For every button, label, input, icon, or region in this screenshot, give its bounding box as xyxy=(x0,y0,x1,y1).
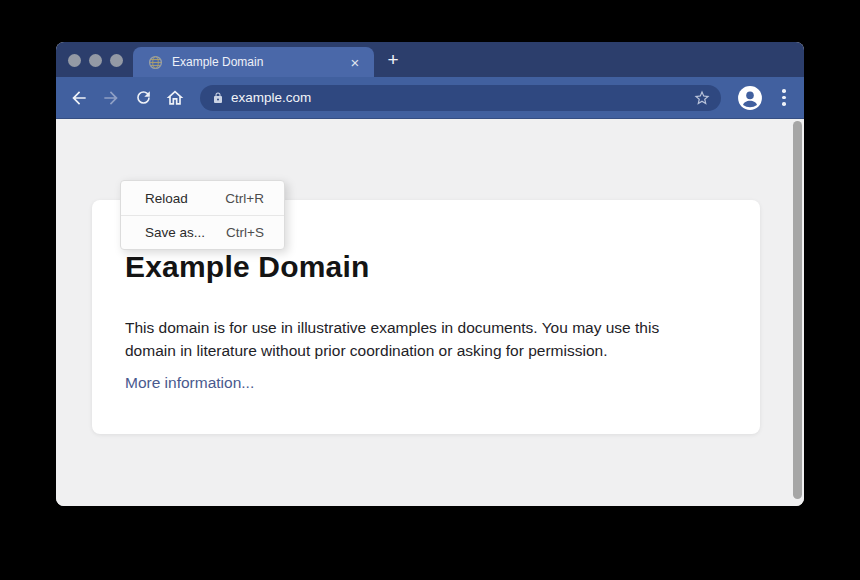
back-button[interactable] xyxy=(64,83,94,113)
tab-title: Example Domain xyxy=(172,55,346,69)
window-controls xyxy=(68,54,123,67)
context-menu: Reload Ctrl+R Save as... Ctrl+S xyxy=(120,180,285,250)
browser-menu-button[interactable] xyxy=(772,86,796,110)
profile-button[interactable] xyxy=(737,85,763,111)
vertical-scrollbar[interactable] xyxy=(793,121,802,499)
address-bar[interactable]: example.com xyxy=(200,85,721,111)
menu-item-shortcut: Ctrl+S xyxy=(226,225,264,240)
lock-icon xyxy=(212,91,224,105)
reload-icon xyxy=(134,88,153,107)
page-paragraph: This domain is for use in illustrative e… xyxy=(125,316,710,362)
star-icon xyxy=(693,89,711,107)
home-button[interactable] xyxy=(160,83,190,113)
more-information-link[interactable]: More information... xyxy=(125,374,254,392)
forward-button[interactable] xyxy=(96,83,126,113)
menu-item-label: Save as... xyxy=(145,225,205,240)
menu-item-label: Reload xyxy=(145,191,188,206)
browser-toolbar: example.com xyxy=(56,77,804,119)
back-arrow-icon xyxy=(69,88,89,108)
forward-arrow-icon xyxy=(101,88,121,108)
tab-close-icon[interactable]: × xyxy=(346,55,364,70)
url-text: example.com xyxy=(231,90,691,105)
browser-window: Example Domain × + xyxy=(56,42,804,506)
context-menu-item-reload[interactable]: Reload Ctrl+R xyxy=(121,181,284,215)
tab-strip: Example Domain × + xyxy=(56,42,804,77)
globe-favicon-icon xyxy=(148,55,163,70)
avatar-icon xyxy=(737,85,763,111)
tab-example-domain[interactable]: Example Domain × xyxy=(133,47,374,77)
home-icon xyxy=(165,88,185,108)
bookmark-button[interactable] xyxy=(691,87,713,109)
window-zoom-button[interactable] xyxy=(110,54,123,67)
context-menu-item-save-as[interactable]: Save as... Ctrl+S xyxy=(121,215,284,249)
window-close-button[interactable] xyxy=(68,54,81,67)
new-tab-button[interactable]: + xyxy=(380,48,406,72)
window-minimize-button[interactable] xyxy=(89,54,102,67)
reload-button[interactable] xyxy=(128,83,158,113)
page-title: Example Domain xyxy=(125,250,760,284)
kebab-menu-icon xyxy=(782,89,786,106)
menu-item-shortcut: Ctrl+R xyxy=(225,191,264,206)
page-viewport: Example Domain This domain is for use in… xyxy=(56,119,804,506)
